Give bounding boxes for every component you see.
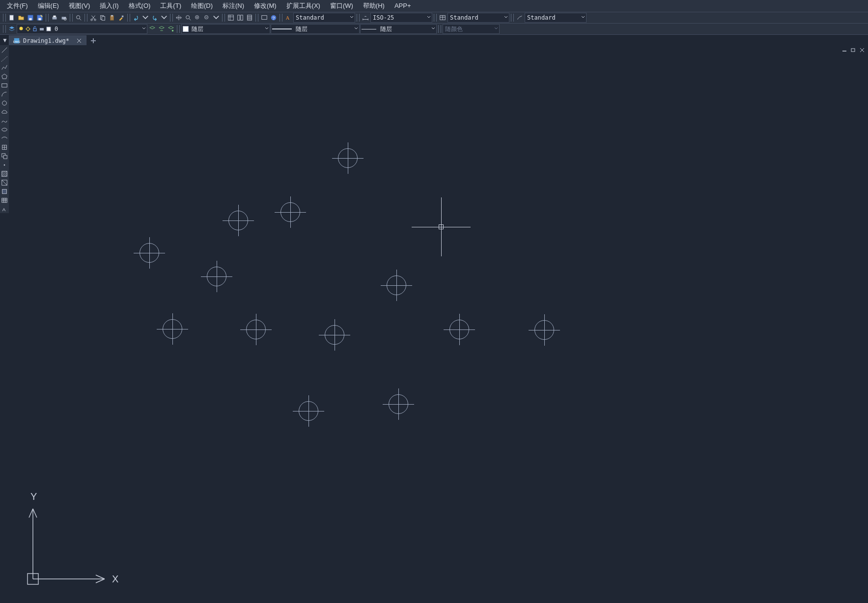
linetype-dropdown[interactable]: 随层 (271, 24, 360, 34)
text-style-dropdown[interactable]: Standard (293, 13, 355, 23)
polyline-button[interactable] (0, 64, 8, 72)
layer-previous-button[interactable] (157, 25, 166, 33)
table-button[interactable] (0, 196, 8, 204)
layer-dropdown[interactable]: 0 (17, 24, 147, 34)
table-style-icon[interactable] (438, 13, 447, 22)
undo-dropdown[interactable] (141, 13, 150, 22)
make-block-button[interactable] (0, 152, 8, 160)
menu-appplus[interactable]: APP+ (390, 0, 416, 12)
point-button[interactable] (0, 161, 8, 169)
circle-button[interactable] (0, 99, 8, 107)
gradient-button[interactable] (0, 179, 8, 187)
plotstyle-dropdown[interactable]: 随颜色 (443, 24, 500, 34)
grip-icon (3, 25, 6, 33)
text-style-icon[interactable]: A (284, 13, 293, 22)
drawing-canvas[interactable]: X Y (9, 45, 868, 603)
find-button[interactable] (74, 13, 83, 22)
zoom-dropdown[interactable] (212, 13, 221, 22)
copy-button[interactable] (98, 13, 107, 22)
zoom-window-button[interactable] (193, 13, 202, 22)
menu-dimension[interactable]: 标注(N) (218, 0, 249, 12)
grip-icon (511, 14, 514, 22)
sun-icon (25, 26, 31, 32)
new-tab-button[interactable] (88, 36, 98, 46)
ucs-y-label: Y (30, 491, 37, 502)
dim-style-icon[interactable] (361, 13, 370, 22)
properties-button[interactable] (226, 13, 235, 22)
viewport-window-controls (841, 47, 865, 53)
layer-match-button[interactable] (148, 25, 157, 33)
menu-view[interactable]: 视图(V) (64, 0, 95, 12)
document-tab[interactable]: DWG Drawing1.dwg* (9, 35, 86, 46)
tab-menu-triangle-icon[interactable]: ▼ (2, 37, 8, 44)
dim-style-dropdown[interactable]: ISO-25 (370, 13, 432, 23)
close-tab-button[interactable] (76, 38, 82, 44)
color-dropdown[interactable]: 随层 (181, 24, 270, 34)
zoom-previous-button[interactable] (202, 13, 211, 22)
svg-point-30 (27, 27, 29, 30)
close-viewport-button[interactable] (859, 47, 865, 53)
cut-button[interactable] (89, 13, 98, 22)
polygon-button[interactable] (0, 73, 8, 81)
menu-draw[interactable]: 绘图(D) (186, 0, 218, 12)
tool-palettes-button[interactable] (245, 13, 254, 22)
spline-button[interactable] (0, 117, 8, 125)
save-button[interactable] (26, 13, 35, 22)
menu-bar: 文件(F) 编辑(E) 视图(V) 插入(I) 格式(O) 工具(T) 绘图(D… (0, 0, 868, 12)
mtext-button[interactable]: A (0, 205, 8, 213)
menu-edit[interactable]: 编辑(E) (33, 0, 64, 12)
lineweight-dropdown[interactable]: 随层 (360, 24, 437, 34)
zoom-realtime-button[interactable] (184, 13, 193, 22)
svg-rect-32 (40, 28, 44, 30)
print-button[interactable] (50, 13, 59, 22)
ellipse-arc-button[interactable] (0, 135, 8, 142)
document-tab-bar: ▼ DWG Drawing1.dwg* (0, 35, 868, 46)
rectangle-button[interactable] (0, 82, 8, 89)
svg-point-43 (4, 164, 5, 166)
pan-button[interactable] (174, 13, 183, 22)
hatch-button[interactable] (0, 170, 8, 178)
restore-viewport-button[interactable] (850, 47, 856, 53)
table-style-dropdown[interactable]: Standard (448, 13, 509, 23)
menu-format[interactable]: 格式(O) (124, 0, 156, 12)
line-button[interactable] (0, 46, 8, 54)
chevron-down-icon (427, 15, 431, 19)
cleanscreen-button[interactable] (260, 13, 269, 22)
saveas-button[interactable] (35, 13, 44, 22)
insert-block-button[interactable] (0, 143, 8, 151)
paste-button[interactable] (108, 13, 116, 22)
layer-properties-button[interactable] (7, 25, 16, 33)
svg-rect-13 (102, 16, 105, 20)
grip-icon (3, 14, 6, 22)
help-button[interactable]: ? (269, 13, 278, 22)
menu-help[interactable]: 帮助(H) (358, 0, 390, 12)
grip-icon (357, 14, 360, 22)
chevron-down-icon (354, 27, 358, 30)
menu-extensions[interactable]: 扩展工具(X) (281, 0, 325, 12)
redo-button[interactable] (150, 13, 159, 22)
menu-tools[interactable]: 工具(T) (155, 0, 186, 12)
minimize-viewport-button[interactable] (841, 47, 847, 53)
new-button[interactable] (7, 13, 16, 22)
matchprop-button[interactable] (117, 13, 126, 22)
redo-dropdown[interactable] (160, 13, 168, 22)
construction-line-button[interactable] (0, 55, 8, 63)
revision-cloud-button[interactable] (0, 108, 8, 116)
design-center-button[interactable] (236, 13, 245, 22)
mleader-style-dropdown[interactable]: Standard (525, 13, 587, 23)
menu-file[interactable]: 文件(F) (2, 0, 33, 12)
svg-rect-6 (53, 16, 56, 18)
layer-states-button[interactable] (167, 25, 175, 33)
menu-modify[interactable]: 修改(M) (249, 0, 281, 12)
print-preview-button[interactable] (59, 13, 68, 22)
region-button[interactable] (0, 188, 8, 195)
ellipse-button[interactable] (0, 126, 8, 134)
mleader-style-icon[interactable] (515, 13, 524, 22)
open-button[interactable] (17, 13, 26, 22)
lineweight-preview-icon (362, 29, 376, 29)
menu-insert[interactable]: 插入(I) (95, 0, 123, 12)
menu-window[interactable]: 窗口(W) (325, 0, 358, 12)
undo-button[interactable] (132, 13, 140, 22)
arc-button[interactable] (0, 90, 8, 98)
lock-open-icon (32, 26, 38, 32)
